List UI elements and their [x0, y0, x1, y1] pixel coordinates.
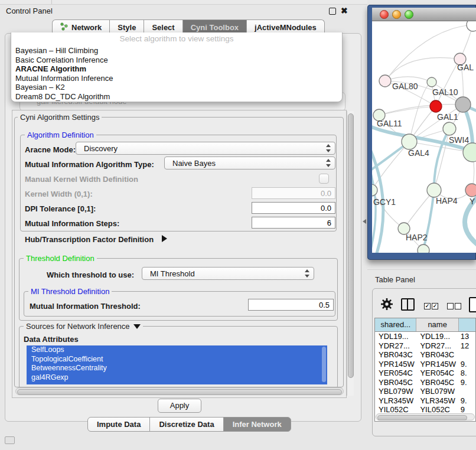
network-graph: GALGAL80GAL10GAL1GAL11SWI4GAL4GCY1HAP4YH… — [372, 21, 476, 253]
manual-kernel-label: Manual Kernel Width Definition — [25, 175, 138, 184]
tab-infer-network[interactable]: Infer Network — [223, 417, 291, 432]
aracne-mode-combo[interactable]: Discovery — [76, 142, 335, 155]
table-horizontal-scrollbar-thumb[interactable] — [377, 415, 467, 420]
net-node[interactable] — [418, 244, 429, 253]
mi-threshold-label: Mutual Information Threshold: — [30, 302, 141, 311]
attribute-list-item[interactable]: BetweennessCentrality — [27, 364, 327, 373]
net-node-gal80[interactable] — [379, 75, 391, 87]
attribute-list-scrollbar[interactable] — [322, 347, 326, 382]
attribute-list-item[interactable]: SelfLoops — [27, 345, 327, 355]
table-row[interactable]: YDR27...YDR27...12 — [375, 341, 475, 351]
net-node[interactable] — [467, 21, 476, 31]
node-table[interactable]: shared... name YDL19...YDL19...13YDR27..… — [374, 318, 476, 422]
attribute-list-item[interactable]: gal4RGexp — [27, 373, 327, 383]
column-header[interactable]: shared... — [375, 318, 416, 331]
column-header[interactable] — [459, 318, 475, 331]
panel-resize-handle[interactable] — [363, 219, 366, 224]
collapse-arrow-icon[interactable] — [133, 324, 141, 329]
algorithm-option[interactable]: Dream8 DC_TDC Algorithm — [11, 92, 342, 102]
node-label: HAP2 — [406, 233, 428, 242]
algorithm-option[interactable]: Bayesian – K2 — [11, 83, 342, 92]
horizontal-scrollbar-thumb[interactable] — [17, 389, 342, 395]
dpi-tolerance-field[interactable]: 0.0 — [252, 202, 335, 214]
algorithm-option[interactable]: ARACNE Algorithm — [11, 64, 342, 74]
expand-arrow-icon[interactable] — [162, 235, 167, 242]
net-node-gal4[interactable] — [402, 134, 417, 149]
net-node-gcy1[interactable] — [372, 184, 377, 196]
close-icon[interactable]: ✖ — [341, 5, 348, 16]
table-row[interactable]: YBL079WYBL079W — [375, 387, 475, 396]
manual-kernel-checkbox[interactable] — [319, 174, 329, 184]
deselect-all-icon[interactable] — [455, 303, 461, 309]
table-cell: 13 — [459, 332, 475, 341]
column-header[interactable]: name — [416, 318, 458, 331]
net-node[interactable] — [427, 77, 436, 87]
table-row[interactable]: YPR145WYPR145W9. — [375, 360, 475, 369]
which-threshold-combo[interactable]: MI Threshold — [142, 267, 314, 280]
table-row[interactable]: YBR045CYBR045C9. — [375, 378, 475, 387]
table-cell: YER054C — [375, 369, 416, 378]
node-label: GAL4 — [408, 148, 429, 158]
float-window-icon[interactable] — [329, 8, 336, 15]
algorithm-option[interactable]: Mutual Information Inference — [11, 74, 342, 83]
tab-label: jActiveMNodules — [255, 23, 317, 32]
mi-threshold-field[interactable]: 0.5 — [248, 299, 334, 311]
kernel-width-label: Kernel Width (0,1): — [25, 190, 93, 198]
cyni-settings-title: Cyni Algorithm Settings — [18, 113, 102, 122]
net-node-gal10[interactable] — [455, 97, 471, 112]
table-horizontal-scrollbar[interactable] — [376, 413, 475, 420]
vertical-scrollbar[interactable] — [347, 111, 354, 396]
deselect-all-icon[interactable] — [447, 303, 454, 309]
close-traffic-light[interactable] — [380, 10, 389, 19]
apply-button[interactable]: Apply — [158, 399, 201, 413]
tab-discretize-data[interactable]: Discretize Data — [149, 417, 223, 432]
net-node-swi4[interactable] — [463, 143, 476, 162]
table-cell: YBL079W — [416, 387, 458, 396]
vertical-scrollbar-thumb[interactable] — [348, 113, 354, 378]
table-row[interactable]: YBR043CYBR043C — [375, 350, 475, 360]
table-cell — [459, 350, 475, 360]
net-node-y[interactable] — [465, 184, 476, 197]
table-cell: YPR145W — [375, 360, 416, 369]
sources-title: Sources for Network Inference — [24, 322, 143, 331]
mi-type-combo[interactable]: Naive Bayes — [164, 156, 335, 169]
algorithm-option[interactable]: Basic Correlation Inference — [11, 56, 342, 65]
table-row[interactable]: YLR345WYLR345W9. — [375, 396, 475, 406]
kernel-width-field[interactable]: 0.0 — [252, 187, 335, 199]
docked-panel-icon[interactable] — [5, 436, 15, 444]
document-icon[interactable] — [469, 297, 476, 312]
net-node[interactable] — [430, 100, 442, 112]
table-cell: 9. — [459, 360, 475, 369]
mi-steps-label: Mutual Information Steps: — [25, 219, 119, 228]
network-icon — [60, 22, 69, 32]
select-all-icon[interactable]: ✓ — [424, 303, 431, 309]
minimize-traffic-light[interactable] — [392, 10, 401, 19]
node-label: GAL — [457, 63, 474, 72]
table-cell: YBL079W — [375, 387, 416, 396]
attribute-list-item[interactable]: TopologicalCoefficient — [27, 355, 327, 364]
mi-steps-field[interactable]: 6 — [252, 217, 335, 229]
mi-threshold-title: MI Threshold Definition — [28, 287, 112, 296]
split-columns-icon[interactable] — [401, 298, 415, 311]
stepper-icon — [326, 159, 331, 167]
select-all-icon[interactable]: ✓ — [432, 303, 438, 309]
table-cell — [459, 387, 475, 396]
data-attributes-list: SelfLoopsTopologicalCoefficientBetweenne… — [27, 345, 327, 384]
which-threshold-value: MI Threshold — [150, 269, 195, 278]
tab-impute-data[interactable]: Impute Data — [87, 417, 150, 432]
table-cell: 9. — [459, 396, 475, 406]
table-row[interactable]: YER054CYER054C8. — [375, 369, 475, 378]
horizontal-scrollbar[interactable] — [15, 387, 344, 395]
net-node-gal1[interactable] — [443, 122, 456, 135]
table-cell: YDL19... — [416, 332, 458, 341]
algorithm-option[interactable]: Bayesian – Hill Climbing — [11, 46, 342, 56]
table-body: YDL19...YDL19...13YDR27...YDR27...12YBR0… — [375, 332, 475, 415]
network-window-titlebar[interactable] — [372, 8, 476, 21]
zoom-traffic-light[interactable] — [405, 10, 413, 19]
net-node-hap4[interactable] — [427, 183, 441, 197]
network-canvas[interactable]: GALGAL80GAL10GAL1GAL11SWI4GAL4GCY1HAP4YH… — [372, 21, 476, 253]
gear-icon[interactable] — [380, 298, 393, 313]
table-cell: 12 — [459, 341, 475, 351]
mi-type-value: Naive Bayes — [172, 159, 216, 168]
table-row[interactable]: YDL19...YDL19...13 — [375, 332, 475, 341]
